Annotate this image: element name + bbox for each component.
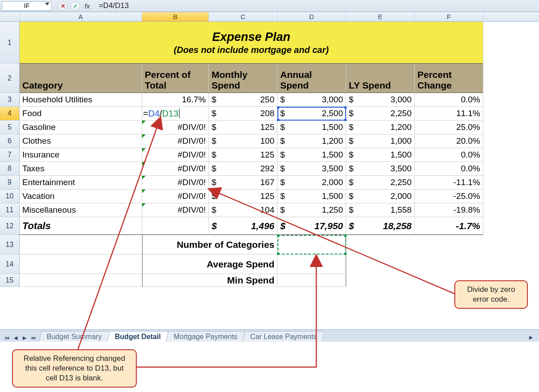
cell-e3[interactable]: $3,000 xyxy=(346,93,415,107)
cell-e5[interactable]: $1,200 xyxy=(346,121,415,134)
cell-d13[interactable] xyxy=(278,235,346,255)
cell-a6[interactable]: Clothes xyxy=(20,134,142,148)
cell-d5[interactable]: $1,500 xyxy=(278,121,346,134)
cell-a13[interactable] xyxy=(20,235,142,255)
dropdown-icon[interactable] xyxy=(45,3,49,5)
col-header-B[interactable]: B xyxy=(142,12,209,21)
label-min-spend[interactable]: Min Spend xyxy=(142,274,278,287)
cell-b11[interactable]: #DIV/0! xyxy=(142,203,209,217)
cell-e8[interactable]: $3,500 xyxy=(346,162,415,176)
tab-nav-prev[interactable]: ◀ xyxy=(12,334,20,342)
cell-a3[interactable]: Household Utilities xyxy=(20,93,142,107)
col-header-A[interactable]: A xyxy=(20,12,142,21)
cell-b6[interactable]: #DIV/0! xyxy=(142,134,209,148)
tab-budget-summary[interactable]: Budget Summary xyxy=(39,331,110,342)
cell-a9[interactable]: Entertainment xyxy=(20,176,142,190)
title-cell[interactable]: Expense Plan (Does not include mortgage … xyxy=(20,22,483,64)
cell-a5[interactable]: Gasoline xyxy=(20,121,142,134)
spreadsheet-grid[interactable]: 1 Expense Plan (Does not include mortgag… xyxy=(0,22,539,286)
cell-d8[interactable]: $3,500 xyxy=(278,162,346,176)
tab-nav-last[interactable]: ⏭ xyxy=(29,334,37,342)
cell-d14[interactable] xyxy=(278,255,346,274)
totals-f[interactable]: -1.7% xyxy=(415,217,483,235)
row-header-1[interactable]: 1 xyxy=(0,22,20,64)
cell-f3[interactable]: 0.0% xyxy=(415,93,483,107)
cell-a11[interactable]: Miscellaneous xyxy=(20,203,142,217)
cell-d10[interactable]: $1,500 xyxy=(278,190,346,203)
formula-input[interactable]: =D4/D13 xyxy=(99,1,129,10)
cell-a15[interactable] xyxy=(20,274,142,287)
fx-icon[interactable]: fx xyxy=(85,2,90,10)
header-ly[interactable]: LY Spend xyxy=(346,64,415,93)
header-category[interactable]: Category xyxy=(20,64,142,93)
cell-a14[interactable] xyxy=(20,255,142,274)
label-num-categories[interactable]: Number of Categories xyxy=(142,235,278,255)
cell-c6[interactable]: $100 xyxy=(209,134,278,148)
cell-b3[interactable]: 16.7% xyxy=(142,93,209,107)
header-annual[interactable]: Annual Spend xyxy=(278,64,346,93)
cell-f7[interactable]: 0.0% xyxy=(415,148,483,162)
header-percent[interactable]: Percent of Total xyxy=(142,64,209,93)
totals-c[interactable]: $1,496 xyxy=(209,217,278,235)
cell-d6[interactable]: $1,200 xyxy=(278,134,346,148)
cell-b10[interactable]: #DIV/0! xyxy=(142,190,209,203)
cell-c10[interactable]: $125 xyxy=(209,190,278,203)
cell-a10[interactable]: Vacation xyxy=(20,190,142,203)
name-box[interactable]: IF xyxy=(2,1,52,11)
cell-b8[interactable]: #DIV/0! xyxy=(142,162,209,176)
totals-d[interactable]: $17,950 xyxy=(278,217,346,235)
row-header-8[interactable]: 8 xyxy=(0,162,20,176)
cell-f5[interactable]: 25.0% xyxy=(415,121,483,134)
cell-d9[interactable]: $2,000 xyxy=(278,176,346,190)
cell-f11[interactable]: -19.8% xyxy=(415,203,483,217)
cell-a4[interactable]: Food xyxy=(20,107,142,121)
row-header-4[interactable]: 4 xyxy=(0,107,20,121)
row-header-11[interactable]: 11 xyxy=(0,203,20,217)
label-avg-spend[interactable]: Average Spend xyxy=(142,255,278,274)
cell-c7[interactable]: $125 xyxy=(209,148,278,162)
row-header-5[interactable]: 5 xyxy=(0,121,20,134)
totals-e[interactable]: $18,258 xyxy=(346,217,415,235)
cancel-formula-button[interactable]: ✕ xyxy=(58,1,68,10)
tab-budget-detail[interactable]: Budget Detail xyxy=(107,331,168,342)
tab-mortgage[interactable]: Mortgage Payments xyxy=(166,331,245,342)
col-header-D[interactable]: D xyxy=(278,12,346,21)
cell-c9[interactable]: $167 xyxy=(209,176,278,190)
row-header-7[interactable]: 7 xyxy=(0,148,20,162)
col-header-E[interactable]: E xyxy=(346,12,415,21)
cell-f9[interactable]: -11.1% xyxy=(415,176,483,190)
col-header-C[interactable]: C xyxy=(209,12,278,21)
row-header-2[interactable]: 2 xyxy=(0,64,20,93)
cell-e9[interactable]: $2,250 xyxy=(346,176,415,190)
col-header-F[interactable]: F xyxy=(415,12,483,21)
row-header-6[interactable]: 6 xyxy=(0,134,20,148)
row-header-9[interactable]: 9 xyxy=(0,176,20,190)
cell-c3[interactable]: $250 xyxy=(209,93,278,107)
cell-d3[interactable]: $3,000 xyxy=(278,93,346,107)
tab-nav-first[interactable]: ⏮ xyxy=(3,334,11,342)
row-header-10[interactable]: 10 xyxy=(0,190,20,203)
cell-c4[interactable]: $208 xyxy=(209,107,278,121)
enter-formula-button[interactable]: ✓ xyxy=(70,1,80,10)
row-header-14[interactable]: 14 xyxy=(0,255,20,274)
totals-label[interactable]: Totals xyxy=(20,217,142,235)
cell-e6[interactable]: $1,000 xyxy=(346,134,415,148)
cell-b7[interactable]: #DIV/0! xyxy=(142,148,209,162)
totals-b[interactable] xyxy=(142,217,209,235)
tab-nav-next[interactable]: ▶ xyxy=(20,334,29,342)
row-header-13[interactable]: 13 xyxy=(0,235,20,255)
cell-f4[interactable]: 11.1% xyxy=(415,107,483,121)
header-change[interactable]: Percent Change xyxy=(415,64,483,93)
row-header-3[interactable]: 3 xyxy=(0,93,20,107)
select-all-cell[interactable] xyxy=(0,12,20,21)
cell-d15[interactable] xyxy=(278,274,346,287)
cell-a8[interactable]: Taxes xyxy=(20,162,142,176)
cell-b9[interactable]: #DIV/0! xyxy=(142,176,209,190)
cell-e11[interactable]: $1,558 xyxy=(346,203,415,217)
cell-c8[interactable]: $292 xyxy=(209,162,278,176)
cell-e4[interactable]: $2,250 xyxy=(346,107,415,121)
header-monthly[interactable]: Monthly Spend xyxy=(209,64,278,93)
cell-c11[interactable]: $104 xyxy=(209,203,278,217)
cell-e7[interactable]: $1,500 xyxy=(346,148,415,162)
cell-d7[interactable]: $1,500 xyxy=(278,148,346,162)
